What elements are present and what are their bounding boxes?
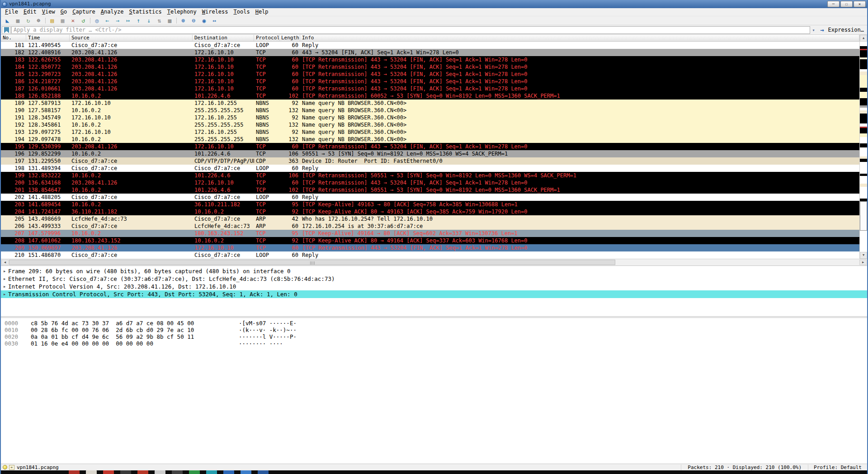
horizontal-scroll-thumb[interactable] (9, 260, 615, 265)
menu-item-file[interactable]: File (2, 8, 21, 16)
packet-row-209[interactable]: 209150.069697203.208.41.126172.16.10.10T… (1, 244, 859, 251)
save-file-button[interactable]: ▦ (57, 16, 68, 25)
packet-row-198[interactable]: 198131.489394Cisco_d7:a7:ceCisco_d7:a7:c… (1, 165, 859, 172)
open-file-button[interactable]: ▤ (47, 16, 57, 25)
packet-row-194[interactable]: 194129.09747810.16.0.2255.255.255.255NBN… (1, 136, 859, 143)
resize-columns-button[interactable]: ↔ (209, 16, 220, 25)
packet-row-208[interactable]: 208147.601062180.163.243.15210.16.0.2TCP… (1, 237, 859, 244)
horizontal-scrollbar[interactable]: ◀ ▶ (1, 259, 867, 265)
column-header-no[interactable]: No. (1, 35, 26, 41)
reload-file-button[interactable]: ↺ (78, 16, 89, 25)
packet-row-184[interactable]: 184122.850772203.208.41.126172.16.10.10T… (1, 63, 859, 71)
taskbar-app-3[interactable] (103, 470, 114, 474)
zoom-out-button[interactable]: ⊖ (189, 16, 199, 25)
expand-triangle-icon[interactable]: ▶ (1, 293, 8, 296)
detail-row-1[interactable]: ▶Frame 209: 60 bytes on wire (480 bits),… (1, 267, 867, 275)
menu-item-go[interactable]: Go (58, 8, 70, 16)
find-packet-button[interactable]: ◎ (92, 16, 102, 25)
taskbar-app-9[interactable] (206, 470, 217, 474)
scrollbar-minimap[interactable] (860, 42, 867, 252)
stop-capture-button[interactable]: ■ (13, 16, 23, 25)
packet-row-182[interactable]: 182122.408916203.208.41.126172.16.10.10T… (1, 49, 859, 56)
packet-row-195[interactable]: 195129.530399203.208.41.126172.16.10.10T… (1, 143, 859, 150)
packet-row-204[interactable]: 204141.72414736.110.211.18210.16.0.2TCP9… (1, 208, 859, 215)
menu-item-help[interactable]: Help (253, 8, 271, 16)
packet-row-185[interactable]: 185123.290723203.208.41.126172.16.10.10T… (1, 71, 859, 78)
taskbar-app-2[interactable] (86, 470, 97, 474)
packet-row-202[interactable]: 202141.488205Cisco_d7:a7:ceCisco_d7:a7:c… (1, 194, 859, 201)
detail-row-2[interactable]: ▶Ethernet II, Src: Cisco_d7:a7:ce (30:37… (1, 275, 867, 283)
packet-row-197[interactable]: 197131.229550Cisco_d7:a7:ceCDP/VTP/DTP/P… (1, 157, 859, 165)
menu-item-view[interactable]: View (39, 8, 58, 16)
column-header-info[interactable]: Info (300, 35, 859, 41)
go-last-button[interactable]: ↓ (144, 16, 154, 25)
auto-scroll-button[interactable]: ⇅ (154, 16, 165, 25)
column-header-protocol[interactable]: Protocol (254, 35, 279, 41)
taskbar-app-11[interactable] (241, 470, 251, 474)
packet-row-207[interactable]: 207147.57999610.16.0.2180.163.243.152TCP… (1, 230, 859, 237)
menu-item-edit[interactable]: Edit (21, 8, 39, 16)
menu-item-wireless[interactable]: Wireless (199, 8, 231, 16)
colorize-button[interactable]: ▩ (165, 16, 175, 25)
packet-row-187[interactable]: 187126.010661203.208.41.126172.16.10.10T… (1, 85, 859, 92)
taskbar-app-7[interactable] (172, 470, 183, 474)
hex-row[interactable]: 0000c8 5b 76 4d ac 73 30 37 a6 d7 a7 ce … (5, 320, 867, 327)
packet-row-190[interactable]: 190127.58815710.16.0.2255.255.255.255NBN… (1, 107, 859, 114)
menu-item-telephony[interactable]: Telephony (165, 8, 199, 16)
taskbar-app-5[interactable] (137, 470, 148, 474)
packet-row-192[interactable]: 192128.34586110.16.0.2255.255.255.255NBN… (1, 121, 859, 128)
scroll-left-icon[interactable]: ◀ (1, 260, 9, 265)
expand-triangle-icon[interactable]: ▶ (1, 277, 8, 281)
close-button[interactable]: × (854, 1, 866, 7)
menu-item-analyze[interactable]: Analyze (98, 8, 127, 16)
start-capture-button[interactable]: ◣ (2, 16, 13, 25)
filter-apply-icon[interactable]: → (817, 26, 827, 34)
packet-row-181[interactable]: 181121.490545Cisco_d7:a7:ceCisco_d7:a7:c… (1, 42, 859, 49)
zoom-reset-button[interactable]: ◉ (199, 16, 209, 25)
column-header-destination[interactable]: Destination (193, 35, 254, 41)
hex-row[interactable]: 001000 28 6b fc 00 00 76 06 2d 6b cb d0 … (5, 327, 867, 333)
expand-triangle-icon[interactable]: ▶ (1, 270, 8, 273)
expand-triangle-icon[interactable]: ▶ (1, 285, 8, 289)
packet-row-200[interactable]: 200136.634168203.208.41.126172.16.10.10T… (1, 179, 859, 186)
scroll-up-icon[interactable]: ▲ (860, 35, 867, 42)
column-header-source[interactable]: Source (70, 35, 193, 41)
packet-list-scrollbar[interactable]: ▲ ▼ (859, 35, 867, 259)
packet-row-193[interactable]: 193129.097275172.16.10.10172.16.10.255NB… (1, 128, 859, 136)
taskbar-app-8[interactable] (189, 470, 200, 474)
close-file-button[interactable]: × (68, 16, 78, 25)
expression-button[interactable]: Expression… (827, 27, 866, 33)
menu-item-tools[interactable]: Tools (231, 8, 253, 16)
scroll-down-icon[interactable]: ▼ (860, 252, 867, 259)
detail-row-4[interactable]: ▶Transmission Control Protocol, Src Port… (1, 290, 867, 298)
column-header-time[interactable]: Time (26, 35, 70, 41)
taskbar-app-1[interactable] (69, 470, 80, 474)
scrollbar-viewport[interactable] (860, 201, 867, 231)
packet-row-210[interactable]: 210151.486870Cisco_d7:a7:ceCisco_d7:a7:c… (1, 251, 859, 259)
go-forward-button[interactable]: → (113, 16, 123, 25)
title-bar[interactable]: vpn1841.pcapng ─ ☐ × (1, 0, 867, 8)
menu-item-capture[interactable]: Capture (70, 8, 98, 16)
taskbar-app-6[interactable] (155, 470, 165, 474)
packet-row-189[interactable]: 189127.587913172.16.10.10172.16.10.255NB… (1, 100, 859, 107)
column-header-length[interactable]: Length (279, 35, 300, 41)
maximize-button[interactable]: ☐ (840, 1, 853, 7)
taskbar-app-10[interactable] (223, 470, 234, 474)
packet-row-191[interactable]: 191128.345749172.16.10.10172.16.10.255NB… (1, 114, 859, 121)
capture-options-button[interactable]: ☸ (33, 16, 44, 25)
menu-item-statistics[interactable]: Statistics (126, 8, 164, 16)
packet-row-199[interactable]: 199132.85322210.16.0.2101.226.4.6TCP106[… (1, 172, 859, 179)
packet-row-196[interactable]: 196129.85229910.16.0.2101.226.4.6TCP1065… (1, 150, 859, 157)
packet-row-203[interactable]: 203141.68945410.16.0.236.110.211.182TCP9… (1, 201, 859, 208)
packet-row-206[interactable]: 206143.499333Cisco_d7:a7:ceLcfcHefe_4d:a… (1, 223, 859, 230)
taskbar-app-4[interactable] (120, 470, 131, 474)
expert-info-icon[interactable] (3, 465, 7, 469)
packet-row-205[interactable]: 205143.498669LcfcHefe_4d:ac:73Cisco_d7:a… (1, 215, 859, 223)
hex-row[interactable]: 003001 16 0e e4 00 00 00 00 00 00 00 00·… (5, 340, 867, 347)
detail-row-3[interactable]: ▶Internet Protocol Version 4, Src: 203.2… (1, 283, 867, 290)
go-to-packet-button[interactable]: ↦ (123, 16, 133, 25)
taskbar-app-12[interactable] (258, 470, 269, 474)
packet-row-183[interactable]: 183122.626755203.208.41.126172.16.10.10T… (1, 56, 859, 63)
go-first-button[interactable]: ↑ (133, 16, 144, 25)
status-profile[interactable]: Profile: Default (808, 465, 865, 470)
